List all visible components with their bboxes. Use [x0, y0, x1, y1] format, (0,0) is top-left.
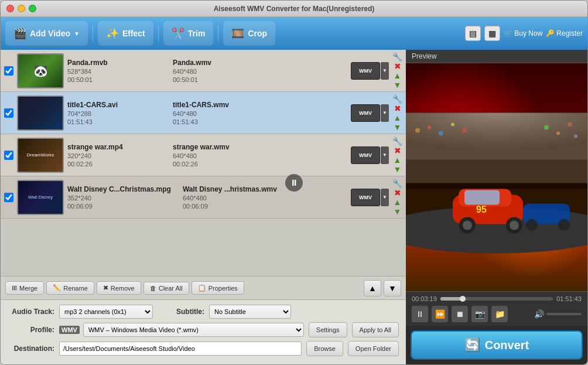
delete-icon-cars[interactable]: ✖	[392, 104, 402, 112]
pause-button[interactable]: ⏸	[412, 306, 428, 322]
toolbar-sep-2	[158, 25, 159, 42]
thumbnail-disney: Walt Disney	[17, 180, 64, 215]
buy-now-button[interactable]: 🛒 Buy Now	[504, 29, 542, 37]
register-button[interactable]: 🔑 Register	[546, 29, 583, 37]
delete-icon-disney[interactable]: ✖	[392, 189, 402, 197]
trim-button[interactable]: ✂️ Trim	[163, 21, 214, 46]
move-buttons: ▲ ▼	[364, 280, 401, 296]
properties-button[interactable]: 📋 Properties	[192, 281, 244, 295]
format-badge-disney[interactable]: WMV	[351, 189, 380, 206]
svg-point-19	[451, 123, 454, 127]
move-down-button[interactable]: ▼	[384, 280, 401, 296]
convert-icon: 🔄	[464, 337, 480, 353]
progress-bar[interactable]	[440, 297, 553, 301]
add-video-button[interactable]: 🎬 Add Video ▼	[5, 21, 88, 46]
settings-button[interactable]: Settings	[309, 322, 347, 337]
profile-label: Profile:	[8, 326, 54, 334]
clear-all-button[interactable]: 🗑 Clear All	[143, 282, 189, 295]
down-icon-strange[interactable]: ▼	[392, 165, 402, 173]
file-output-dur-panda: 00:50:01	[173, 76, 266, 83]
format-arrow-strange[interactable]: ▼	[381, 146, 389, 164]
crop-button[interactable]: 🎞️ Crop	[223, 21, 275, 46]
up-icon-disney[interactable]: ▲	[392, 198, 402, 206]
convert-button[interactable]: 🔄 Convert	[411, 330, 583, 360]
close-button[interactable]	[6, 5, 14, 12]
screenshot-button[interactable]: 📷	[471, 306, 488, 322]
browse-button[interactable]: Browse	[306, 341, 343, 356]
up-icon-panda[interactable]: ▲	[392, 71, 402, 80]
remove-label: Remove	[111, 285, 135, 292]
down-icon-disney[interactable]: ▼	[392, 207, 402, 216]
file-actions-panda: WMV ▼	[351, 62, 389, 80]
fast-forward-button[interactable]: ⏩	[432, 306, 448, 322]
settings-panel: Audio Track: mp3 2 channels (0x1) Subtit…	[1, 299, 406, 364]
profile-select[interactable]: WMV – Windows Media Video (*.wmv)	[83, 323, 304, 337]
preview-controls: 00:03:19 01:51:43 ⏸ ⏩ ⏹ 📷 📁 🔊	[406, 291, 587, 326]
svg-point-21	[544, 125, 549, 130]
table-row[interactable]: 🐼 Panda.rmvb 528*384 00:50:01 Panda.wmv …	[1, 50, 406, 92]
down-icon-panda[interactable]: ▼	[392, 81, 402, 89]
format-badge-cars[interactable]: WMV	[351, 104, 380, 122]
convert-label: Convert	[485, 339, 529, 352]
title-bar: Aiseesoft WMV Converter for Mac(Unregist…	[1, 1, 587, 17]
thumbnail-strange: DreamWorks	[17, 138, 64, 173]
format-dropdown-disney: WMV ▼	[351, 189, 389, 206]
stop-button[interactable]: ⏹	[452, 306, 468, 322]
effect-button[interactable]: ✨ Effect	[98, 21, 153, 46]
row-icons-panda: 🔧 ✖ ▲ ▼	[392, 53, 402, 89]
up-icon-cars[interactable]: ▲	[392, 114, 402, 122]
row-checkbox-panda[interactable]	[4, 66, 13, 76]
table-row[interactable]: Walt Disney Walt Disney C...Christmas.mp…	[1, 176, 406, 219]
destination-input[interactable]: /Users/test/Documents/Aiseesoft Studio/V…	[59, 342, 302, 356]
up-icon-strange[interactable]: ▲	[392, 156, 402, 164]
list-view-button[interactable]: ▤	[465, 26, 481, 41]
edit-icon-cars[interactable]: 🔧	[392, 95, 402, 103]
down-icon-cars[interactable]: ▼	[392, 123, 402, 131]
toolbar-right: ▤ ▦ 🛒 Buy Now 🔑 Register	[465, 26, 583, 41]
apply-to-all-button[interactable]: Apply to All	[352, 322, 399, 337]
subtitle-select[interactable]: No Subtitle	[209, 305, 291, 319]
destination-row: Destination: /Users/test/Documents/Aisee…	[8, 341, 399, 356]
profile-input-group: WMV WMV – Windows Media Video (*.wmv)	[59, 323, 304, 337]
file-input-size-cars: 704*288	[67, 110, 161, 117]
audio-track-select[interactable]: mp3 2 channels (0x1)	[59, 305, 153, 319]
add-video-label: Add Video	[30, 29, 70, 38]
format-arrow-panda[interactable]: ▼	[381, 62, 389, 80]
folder-button[interactable]: 📁	[491, 306, 508, 322]
open-folder-button[interactable]: Open Folder	[348, 341, 399, 356]
row-checkbox-strange[interactable]	[4, 151, 13, 160]
row-checkbox-cars[interactable]	[4, 108, 13, 118]
edit-icon-disney[interactable]: 🔧	[392, 179, 402, 187]
rename-button[interactable]: ✏️ Rename	[46, 281, 94, 295]
grid-view-button[interactable]: ▦	[484, 26, 500, 41]
right-panel: Preview	[406, 50, 587, 364]
file-output-size-cars: 640*480	[173, 110, 266, 117]
row-icons-disney: 🔧 ✖ ▲ ▼	[392, 179, 402, 216]
remove-icon: ✖	[103, 284, 108, 292]
thumbnail-cars: ⏸	[17, 95, 64, 131]
register-label: Register	[556, 29, 583, 37]
file-output-col-cars: title1-CARS.wmv 640*480 01:51:43	[173, 101, 266, 125]
move-up-button[interactable]: ▲	[364, 280, 381, 296]
edit-icon-panda[interactable]: 🔧	[392, 53, 402, 61]
file-output-name-cars: title1-CARS.wmv	[173, 101, 266, 109]
file-info-disney: Walt Disney C...Christmas.mpg 352*240 00…	[67, 185, 347, 210]
row-checkbox-disney[interactable]	[4, 193, 13, 202]
remove-button[interactable]: ✖ Remove	[97, 281, 141, 295]
volume-bar[interactable]	[546, 313, 582, 315]
delete-icon-strange[interactable]: ✖	[392, 146, 402, 155]
format-arrow-cars[interactable]: ▼	[381, 104, 389, 122]
edit-icon-strange[interactable]: 🔧	[392, 137, 402, 145]
delete-icon-panda[interactable]: ✖	[392, 62, 402, 70]
table-row[interactable]: ⏸ title1-CARS.avi 704*288 01:51:43 title…	[1, 92, 406, 134]
file-input-col-disney: Walt Disney C...Christmas.mpg 352*240 00…	[67, 185, 171, 210]
format-arrow-disney[interactable]: ▼	[381, 189, 389, 206]
merge-button[interactable]: ⊞ Merge	[5, 281, 44, 295]
file-output-col-disney: Walt Disney ...hristmas.wmv 640*480 00:0…	[183, 185, 277, 210]
table-row[interactable]: DreamWorks strange war.mp4 320*240 00:02…	[1, 134, 406, 176]
buy-now-icon: 🛒	[504, 29, 512, 37]
maximize-button[interactable]	[29, 5, 36, 12]
format-badge-strange[interactable]: WMV	[351, 146, 380, 164]
minimize-button[interactable]	[18, 5, 25, 12]
format-badge-panda[interactable]: WMV	[351, 62, 380, 80]
